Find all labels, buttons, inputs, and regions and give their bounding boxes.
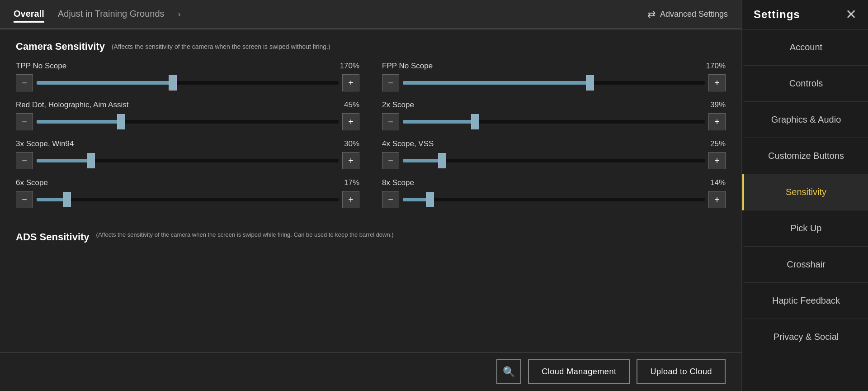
slider-3x-value: 30% (344, 139, 359, 148)
advanced-settings-label: Advanced Settings (660, 10, 728, 19)
sidebar-item-controls[interactable]: Controls (742, 66, 868, 102)
slider-tpp-increase[interactable]: + (342, 74, 359, 91)
slider-6x-track[interactable] (37, 191, 339, 208)
slider-fpp-label: FPP No Scope (382, 62, 433, 71)
slider-fpp-increase[interactable]: + (708, 74, 726, 91)
ads-sensitivity-header: ADS Sensitivity (Affects the sensitivity… (16, 231, 726, 243)
slider-6x-label: 6x Scope (16, 178, 48, 187)
slider-red-dot-track[interactable] (37, 113, 339, 130)
slider-2x-decrease[interactable]: − (382, 113, 399, 130)
slider-tpp-label: TPP No Scope (16, 62, 66, 71)
slider-2x-scope: 2x Scope 39% − + (382, 100, 726, 130)
slider-red-dot-increase[interactable]: + (342, 113, 359, 130)
slider-3x-label: 3x Scope, Win94 (16, 139, 74, 148)
slider-tpp-value: 170% (340, 62, 359, 71)
slider-3x-decrease[interactable]: − (16, 152, 33, 169)
slider-4x-decrease[interactable]: − (382, 152, 399, 169)
slider-3x-track[interactable] (37, 152, 339, 169)
slider-2x-increase[interactable]: + (708, 113, 726, 130)
slider-6x-scope: 6x Scope 17% − + (16, 178, 359, 208)
sidebar-item-crosshair[interactable]: Crosshair (742, 247, 868, 283)
slider-red-dot-decrease[interactable]: − (16, 113, 33, 130)
settings-header: Settings ✕ (742, 0, 868, 29)
slider-8x-track[interactable] (403, 191, 705, 208)
main-content: Overall Adjust in Training Grounds › ⇄ A… (0, 0, 741, 391)
sidebar-item-haptic-feedback[interactable]: Haptic Feedback (742, 283, 868, 319)
top-bar: Overall Adjust in Training Grounds › ⇄ A… (0, 0, 741, 29)
slider-6x-value: 17% (344, 178, 359, 187)
bottom-bar: 🔍 Cloud Management Upload to Cloud (0, 352, 741, 391)
advanced-settings-btn[interactable]: ⇄ Advanced Settings (647, 9, 728, 20)
sidebar-item-customize-buttons[interactable]: Customize Buttons (742, 138, 868, 174)
slider-3x-scope: 3x Scope, Win94 30% − + (16, 139, 359, 169)
sidebar-item-account[interactable]: Account (742, 29, 868, 66)
slider-red-dot-value: 45% (344, 100, 359, 110)
search-button[interactable]: 🔍 (496, 359, 521, 384)
sidebar-item-sensitivity[interactable]: Sensitivity (742, 174, 868, 210)
ads-sensitivity-title: ADS Sensitivity (16, 231, 90, 243)
sidebar-item-graphics-audio[interactable]: Graphics & Audio (742, 102, 868, 138)
slider-3x-increase[interactable]: + (342, 152, 359, 169)
slider-tpp-no-scope: TPP No Scope 170% − + (16, 62, 359, 91)
tab-group: Overall Adjust in Training Grounds › (14, 6, 181, 23)
camera-sensitivity-title: Camera Sensitivity (16, 41, 105, 52)
slider-4x-increase[interactable]: + (708, 152, 726, 169)
tab-arrow-icon: › (178, 10, 181, 19)
slider-6x-increase[interactable]: + (342, 191, 359, 208)
slider-fpp-track[interactable] (403, 74, 705, 91)
slider-4x-track[interactable] (403, 152, 705, 169)
settings-sidebar: Settings ✕ Account Controls Graphics & A… (741, 0, 868, 391)
slider-fpp-decrease[interactable]: − (382, 74, 399, 91)
settings-title: Settings (754, 8, 800, 21)
slider-6x-decrease[interactable]: − (16, 191, 33, 208)
advanced-settings-icon: ⇄ (647, 9, 656, 20)
sidebar-item-pick-up[interactable]: Pick Up (742, 210, 868, 247)
slider-2x-track[interactable] (403, 113, 705, 130)
slider-fpp-value: 170% (706, 62, 726, 71)
section-divider (16, 222, 726, 222)
sidebar-item-privacy-social[interactable]: Privacy & Social (742, 319, 868, 355)
camera-sensitivity-header: Camera Sensitivity (Affects the sensitiv… (16, 41, 726, 52)
ads-sensitivity-subtitle: (Affects the sensitivity of the camera w… (96, 231, 394, 238)
slider-8x-value: 14% (710, 178, 726, 187)
slider-8x-scope: 8x Scope 14% − + (382, 178, 726, 208)
slider-8x-increase[interactable]: + (708, 191, 726, 208)
slider-4x-value: 25% (710, 139, 726, 148)
slider-tpp-decrease[interactable]: − (16, 74, 33, 91)
slider-fpp-no-scope: FPP No Scope 170% − + (382, 62, 726, 91)
slider-4x-label: 4x Scope, VSS (382, 139, 434, 148)
close-button[interactable]: ✕ (845, 8, 857, 21)
tab-training[interactable]: Adjust in Training Grounds (58, 6, 165, 23)
slider-red-dot-label: Red Dot, Holographic, Aim Assist (16, 100, 128, 110)
search-icon: 🔍 (503, 366, 515, 378)
camera-sensitivity-grid: TPP No Scope 170% − + (16, 62, 726, 208)
slider-2x-label: 2x Scope (382, 100, 414, 110)
upload-to-cloud-button[interactable]: Upload to Cloud (637, 359, 726, 384)
slider-tpp-track[interactable] (37, 74, 339, 91)
slider-red-dot: Red Dot, Holographic, Aim Assist 45% − + (16, 100, 359, 130)
camera-sensitivity-subtitle: (Affects the sensitivity of the camera w… (112, 43, 330, 50)
tab-overall[interactable]: Overall (14, 6, 44, 23)
slider-2x-value: 39% (710, 100, 726, 110)
slider-8x-label: 8x Scope (382, 178, 414, 187)
content-area: Camera Sensitivity (Affects the sensitiv… (0, 29, 741, 352)
cloud-management-button[interactable]: Cloud Management (528, 359, 630, 384)
slider-8x-decrease[interactable]: − (382, 191, 399, 208)
slider-4x-scope: 4x Scope, VSS 25% − + (382, 139, 726, 169)
